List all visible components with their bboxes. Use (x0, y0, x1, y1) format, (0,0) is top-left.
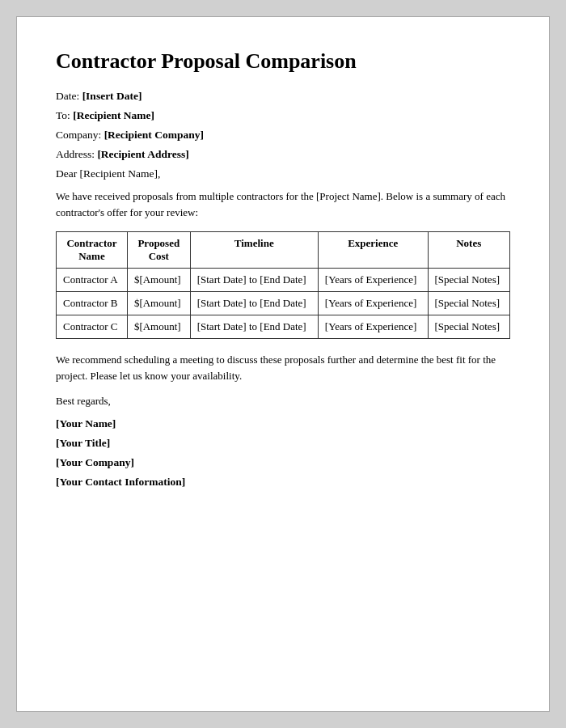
date-label: Date: (56, 90, 79, 102)
proposals-table: ContractorName ProposedCost Timeline Exp… (56, 231, 510, 339)
address-label: Address: (56, 148, 95, 160)
table-row: Contractor A $[Amount] [Start Date] to [… (57, 269, 510, 292)
cell-notes: [Special Notes] (428, 292, 509, 315)
table-row: Contractor C $[Amount] [Start Date] to [… (57, 315, 510, 339)
document-title: Contractor Proposal Comparison (56, 49, 510, 74)
cell-timeline: [Start Date] to [End Date] (190, 292, 318, 315)
intro-text: We have received proposals from multiple… (56, 188, 510, 220)
cell-experience: [Years of Experience] (318, 269, 428, 292)
col-header-notes: Notes (428, 232, 509, 269)
table-row: Contractor B $[Amount] [Start Date] to [… (57, 292, 510, 315)
col-header-experience: Experience (318, 232, 428, 269)
salutation-line: Dear [Recipient Name], (56, 167, 510, 180)
company-label: Company: (56, 129, 101, 141)
to-line: To: [Recipient Name] (56, 109, 510, 122)
cell-notes: [Special Notes] (428, 315, 509, 339)
signature-title: [Your Title] (56, 437, 510, 450)
address-line: Address: [Recipient Address] (56, 148, 510, 161)
salutation-name: [Recipient Name] (80, 167, 158, 180)
date-value: [Insert Date] (82, 90, 142, 102)
company-line: Company: [Recipient Company] (56, 129, 510, 142)
cell-timeline: [Start Date] to [End Date] (190, 315, 318, 339)
closing-text: We recommend scheduling a meeting to dis… (56, 352, 510, 383)
cell-notes: [Special Notes] (428, 269, 509, 292)
company-value: [Recipient Company] (104, 129, 204, 141)
date-line: Date: [Insert Date] (56, 90, 510, 103)
salutation-prefix: Dear (56, 167, 80, 180)
cell-proposed-cost: $[Amount] (127, 292, 190, 315)
cell-experience: [Years of Experience] (318, 292, 428, 315)
to-value: [Recipient Name] (73, 109, 154, 121)
table-header-row: ContractorName ProposedCost Timeline Exp… (57, 232, 510, 269)
cell-contractor-name: Contractor A (57, 269, 128, 292)
document-page: Contractor Proposal Comparison Date: [In… (16, 16, 550, 712)
cell-proposed-cost: $[Amount] (127, 315, 190, 339)
cell-proposed-cost: $[Amount] (127, 269, 190, 292)
cell-timeline: [Start Date] to [End Date] (190, 269, 318, 292)
signature-contact: [Your Contact Information] (56, 476, 510, 489)
to-label: To: (56, 109, 70, 121)
signature-name: [Your Name] (56, 417, 510, 430)
cell-contractor-name: Contractor B (57, 292, 128, 315)
salutation-suffix: , (158, 167, 160, 180)
col-header-name: ContractorName (57, 232, 128, 269)
regards-text: Best regards, (56, 395, 510, 408)
col-header-timeline: Timeline (190, 232, 318, 269)
cell-experience: [Years of Experience] (318, 315, 428, 339)
col-header-cost: ProposedCost (127, 232, 190, 269)
cell-contractor-name: Contractor C (57, 315, 128, 339)
signature-company: [Your Company] (56, 456, 510, 469)
address-value: [Recipient Address] (97, 148, 188, 160)
